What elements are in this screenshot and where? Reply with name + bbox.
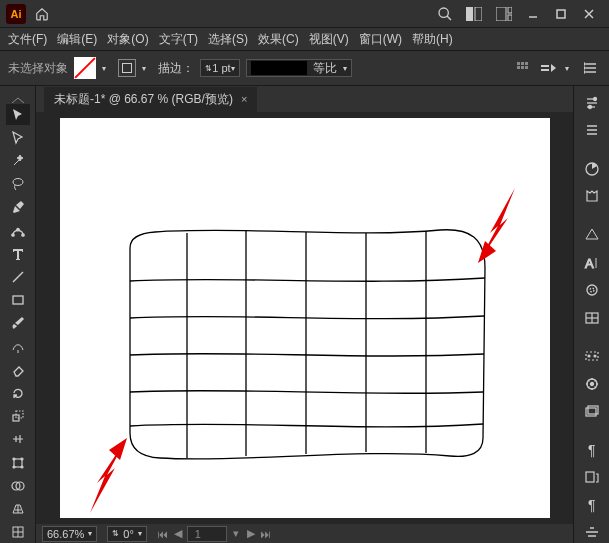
control-menu-icon[interactable] xyxy=(581,58,601,78)
canvas-wrap xyxy=(36,112,573,524)
svg-text:¶: ¶ xyxy=(588,442,596,458)
rotate-tool[interactable] xyxy=(6,382,30,403)
nav-dropdown-icon[interactable]: ▾ xyxy=(230,527,242,540)
mesh-tool[interactable] xyxy=(6,522,30,543)
svg-point-24 xyxy=(584,71,585,73)
appearance-panel-icon[interactable] xyxy=(580,373,604,394)
svg-rect-30 xyxy=(13,296,23,304)
svg-point-61 xyxy=(594,355,596,357)
toolbar-grip-icon[interactable] xyxy=(12,92,24,100)
menu-file[interactable]: 文件(F) xyxy=(8,31,47,48)
svg-point-34 xyxy=(13,458,15,460)
free-transform-tool[interactable] xyxy=(6,452,30,473)
width-tool[interactable] xyxy=(6,429,30,450)
wand-tool[interactable] xyxy=(6,150,30,171)
svg-line-1 xyxy=(447,16,451,20)
tab-close-icon[interactable]: × xyxy=(241,93,247,105)
menu-bar: 文件(F) 编辑(E) 对象(O) 文字(T) 选择(S) 效果(C) 视图(V… xyxy=(0,28,609,50)
svg-point-55 xyxy=(590,288,594,292)
menu-type[interactable]: 文字(T) xyxy=(159,31,198,48)
stroke-weight-input[interactable]: ⇅1 pt▾ xyxy=(200,59,240,77)
menu-window[interactable]: 窗口(W) xyxy=(359,31,402,48)
brush-tool[interactable] xyxy=(6,313,30,334)
stroke-profile[interactable]: 等比 ▾ xyxy=(246,59,352,77)
isolate-icon[interactable] xyxy=(539,58,559,78)
shaper-tool[interactable] xyxy=(6,336,30,357)
control-bar: 未选择对象 ▾ ▾ 描边： ⇅1 pt▾ 等比 ▾ ▾ xyxy=(0,50,609,86)
arrange-docs-icon[interactable] xyxy=(461,3,487,25)
nav-prev-icon[interactable]: ◀ xyxy=(172,527,184,540)
color-panel-icon[interactable] xyxy=(580,158,604,179)
svg-point-28 xyxy=(16,228,18,230)
svg-rect-11 xyxy=(517,62,520,65)
shape-builder-tool[interactable] xyxy=(6,475,30,496)
type-tool[interactable] xyxy=(6,243,30,264)
svg-point-47 xyxy=(588,105,591,108)
fill-dropdown-icon[interactable]: ▾ xyxy=(102,64,112,73)
properties-panel-icon[interactable] xyxy=(580,92,604,113)
pen-tool[interactable] xyxy=(6,197,30,218)
home-icon[interactable] xyxy=(34,6,50,22)
document-tab[interactable]: 未标题-1* @ 66.67 % (RGB/预览) × xyxy=(44,87,257,112)
symbols-panel-icon[interactable] xyxy=(580,279,604,300)
menu-select[interactable]: 选择(S) xyxy=(208,31,248,48)
swatches-panel-icon[interactable] xyxy=(580,224,604,245)
nav-first-icon[interactable]: ⏮ xyxy=(157,528,169,540)
menu-effect[interactable]: 效果(C) xyxy=(258,31,299,48)
svg-rect-12 xyxy=(521,62,524,65)
svg-text:A: A xyxy=(585,256,594,271)
search-icon[interactable] xyxy=(433,3,457,25)
line-tool[interactable] xyxy=(6,266,30,287)
close-button[interactable] xyxy=(577,3,601,25)
libraries-panel-icon[interactable] xyxy=(580,119,604,140)
nav-last-icon[interactable]: ⏭ xyxy=(260,528,272,540)
eraser-tool[interactable] xyxy=(6,359,30,380)
stroke-panel-icon[interactable] xyxy=(580,307,604,328)
graphic-styles-panel-icon[interactable] xyxy=(580,400,604,421)
rotation-input[interactable]: ⇅0°▾ xyxy=(107,526,147,542)
transparency-panel-icon[interactable]: ¶ xyxy=(580,439,604,460)
stroke-dropdown-icon[interactable]: ▾ xyxy=(142,64,152,73)
character-panel-icon[interactable] xyxy=(580,467,604,488)
fill-swatch[interactable] xyxy=(74,57,96,79)
arrow-annotation-top xyxy=(478,188,515,263)
scale-tool[interactable] xyxy=(6,406,30,427)
gradient-panel-icon[interactable] xyxy=(580,346,604,367)
artboard-nav: ⏮ ◀ 1 ▾ ▶ ⏭ xyxy=(157,526,272,542)
svg-point-35 xyxy=(21,458,23,460)
brushes-panel-icon[interactable]: A xyxy=(580,252,604,273)
svg-rect-13 xyxy=(525,62,528,65)
workspace: 未标题-1* @ 66.67 % (RGB/预览) × xyxy=(0,86,609,543)
status-bar: 66.67%▾ ⇅0°▾ ⏮ ◀ 1 ▾ ▶ ⏭ xyxy=(36,524,573,543)
menu-object[interactable]: 对象(O) xyxy=(107,31,148,48)
align-icon[interactable] xyxy=(513,58,533,78)
svg-point-54 xyxy=(587,285,597,295)
lasso-tool[interactable] xyxy=(6,174,30,195)
direct-select-tool[interactable] xyxy=(6,127,30,148)
paragraph-panel-icon[interactable]: ¶ xyxy=(580,494,604,515)
selection-tool[interactable] xyxy=(6,104,30,125)
menu-view[interactable]: 视图(V) xyxy=(309,31,349,48)
maximize-button[interactable] xyxy=(549,3,573,25)
menu-help[interactable]: 帮助(H) xyxy=(412,31,453,48)
svg-rect-67 xyxy=(586,472,594,482)
perspective-tool[interactable] xyxy=(6,498,30,519)
artboard-input[interactable]: 1 xyxy=(187,526,227,542)
align-panel-icon[interactable] xyxy=(580,522,604,543)
color-guide-panel-icon[interactable] xyxy=(580,186,604,207)
svg-point-25 xyxy=(13,179,23,186)
control-more-dropdown[interactable]: ▾ xyxy=(565,64,575,73)
document-area: 未标题-1* @ 66.67 % (RGB/预览) × xyxy=(36,86,573,543)
canvas[interactable] xyxy=(60,118,550,518)
stroke-swatch[interactable] xyxy=(118,59,136,77)
rect-tool[interactable] xyxy=(6,290,30,311)
svg-point-26 xyxy=(11,233,13,235)
workspace-icon[interactable] xyxy=(491,3,517,25)
menu-edit[interactable]: 编辑(E) xyxy=(57,31,97,48)
curvature-tool[interactable] xyxy=(6,220,30,241)
svg-rect-2 xyxy=(466,7,473,21)
document-title: 未标题-1* @ 66.67 % (RGB/预览) xyxy=(54,91,233,108)
nav-next-icon[interactable]: ▶ xyxy=(245,527,257,540)
zoom-input[interactable]: 66.67%▾ xyxy=(42,526,97,542)
minimize-button[interactable] xyxy=(521,3,545,25)
